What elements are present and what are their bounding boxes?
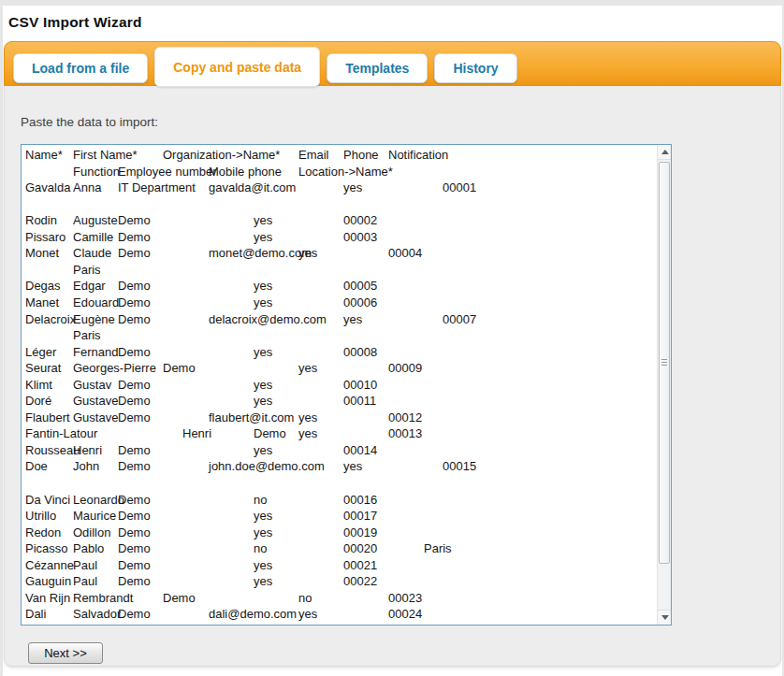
csv-cell: gavalda@it.com [209,180,296,194]
csv-line [22,197,657,213]
scroll-up-button[interactable] [658,145,672,160]
csv-cell: Demo [118,443,151,457]
csv-cell: Phone [343,148,379,162]
csv-cell: no [254,493,267,507]
csv-cell: Function [73,165,120,179]
csv-cell: Camille [73,230,113,244]
paste-data-textarea[interactable]: Name*First Name*Organization->Name*Email… [21,144,672,626]
csv-cell: 00004 [388,246,422,260]
csv-cell: Salvador [73,607,121,621]
csv-cell: Demo [118,410,151,424]
csv-cell: Demo [118,312,151,326]
textarea-scrollbar[interactable] [657,145,671,625]
csv-line: Fantin-LatourHenriDemoyes00013 [22,426,657,442]
csv-cell: Pablo [73,541,104,555]
tab-copy-and-paste-data[interactable]: Copy and paste data [154,47,320,87]
csv-line: Da VinciLeonardoDemono00016 [22,493,657,509]
csv-cell: Demo [163,591,196,605]
csv-cell: Mobile phone [209,165,282,179]
csv-cell: yes [254,378,272,392]
csv-cell: Claude [73,246,111,260]
csv-cell: yes [298,426,317,440]
csv-cell: 00019 [343,525,377,539]
csv-cell: Paris [73,328,101,342]
csv-line: DelacroixEugèneDemodelacroix@demo.comyes… [22,312,657,328]
csv-cell: Demo [254,426,286,440]
csv-cell: Gavalda [25,180,70,194]
csv-cell: Gustav [73,378,111,392]
csv-cell: Léger [25,345,56,359]
csv-cell: yes [254,558,272,572]
csv-cell: 00023 [388,591,422,605]
csv-cell: yes [254,213,272,227]
tab-history[interactable]: History [434,53,516,83]
csv-cell: 00014 [343,443,377,457]
csv-cell: yes [254,525,272,539]
csv-cell: Demo [118,295,151,309]
csv-cell: Cézanne [25,558,74,572]
csv-cell: Demo [118,574,151,588]
csv-cell: Demo [118,378,151,392]
csv-line: DaliSalvadorDemodali@demo.comyes00024 [22,607,657,623]
tab-templates[interactable]: Templates [327,53,428,83]
csv-cell: yes [254,295,272,309]
csv-cell: Demo [118,394,151,408]
csv-cell: Paris [424,541,452,555]
page-top-margin [0,0,784,6]
csv-cell: yes [254,279,272,293]
csv-cell: Edgar [73,279,106,293]
csv-cell: 00010 [343,378,377,392]
tab-load-from-file[interactable]: Load from a file [13,53,148,83]
csv-cell: yes [298,607,317,621]
csv-cell: yes [298,246,317,260]
csv-cell: Demo [118,541,151,555]
csv-cell: Delacroix [25,312,76,326]
csv-cell: Email [298,148,329,162]
pasted-csv-content: Name*First Name*Organization->Name*Email… [22,145,657,625]
csv-cell: dali@demo.com [209,607,297,621]
csv-line: DegasEdgarDemoyes00005 [22,279,657,295]
scrollbar-thumb[interactable] [659,162,670,564]
csv-cell: john.doe@demo.com [209,459,325,473]
csv-cell: yes [343,312,362,326]
csv-cell: Gustave [73,394,118,408]
csv-cell: Demo [118,279,151,293]
next-button[interactable]: Next >> [28,642,103,664]
csv-cell: 00015 [443,459,476,473]
csv-line: RodinAugusteDemoyes00002 [22,213,657,229]
scroll-down-button[interactable] [658,610,672,625]
tab-label: Copy and paste data [173,60,301,75]
tab-label: Load from a file [32,61,129,76]
csv-cell: Paris [73,263,101,277]
csv-cell: Degas [25,279,61,293]
csv-cell: 00007 [443,312,476,326]
csv-cell: flaubert@it.com [209,410,294,424]
csv-cell: Casablanca [73,624,138,625]
csv-cell: Demo [118,493,151,507]
csv-cell: 00008 [343,345,377,359]
csv-line: DoréGustaveDemoyes00011 [22,394,657,410]
csv-cell: Name* [25,148,63,162]
csv-cell: Rodin [25,213,57,227]
csv-cell: 00013 [388,426,422,440]
csv-cell: Auguste [73,213,118,227]
csv-cell: no [298,591,312,605]
csv-line: SeuratGeorges-PierreDemoyes00009 [22,361,657,377]
csv-cell: delacroix@demo.com [209,312,327,326]
csv-cell: Demo [118,345,151,359]
csv-line: MonetClaudeDemomonet@demo.comyes00004 [22,246,657,262]
csv-cell: Odillon [73,525,110,539]
csv-cell: Paul [73,574,97,588]
csv-cell: Gauguin [25,574,71,588]
csv-cell: Fernand [73,345,118,359]
csv-cell: 00012 [388,410,422,424]
csv-cell: Picasso [25,541,68,555]
csv-cell: Notification [388,148,448,162]
csv-cell: Redon [25,525,61,539]
csv-line: DoeJohnDemojohn.doe@demo.comyes00015 [22,459,657,475]
csv-cell: yes [298,361,317,375]
csv-line: RousseauHenriDemoyes00014 [22,443,657,459]
csv-cell: Demo [118,246,151,260]
csv-cell: Flaubert [25,410,70,424]
csv-cell: 00005 [343,279,377,293]
